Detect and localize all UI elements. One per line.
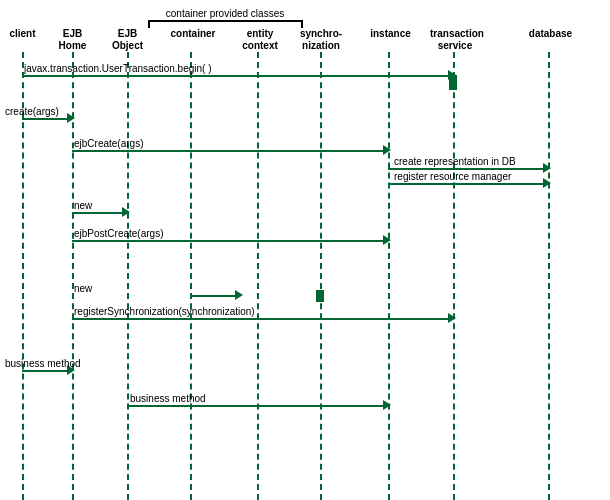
msg7-label: registerSynchronization(synchronization) (74, 306, 255, 317)
msg6-activation (316, 290, 324, 302)
database-lifeline (548, 52, 550, 500)
transaction-service-label: transactionservice (430, 28, 480, 52)
msg9-label: business method (130, 393, 206, 404)
msg9-arrowhead (383, 400, 391, 410)
container-lifeline (190, 52, 192, 500)
msg2-label: create(args) (5, 106, 59, 117)
msg1-activation (449, 75, 457, 90)
synchronization-label: synchro-nization (296, 28, 346, 52)
entity-context-lifeline (257, 52, 259, 500)
instance-label: instance (368, 28, 413, 40)
ejbobject-lifeline (127, 52, 129, 500)
msg4-label: new (74, 200, 92, 211)
msg2-line (22, 118, 72, 120)
brace-line (148, 20, 303, 28)
instance-lifeline (388, 52, 390, 500)
msg9-line (127, 405, 388, 407)
client-label: client (5, 28, 40, 40)
msg2-arrowhead (67, 113, 75, 123)
msg3-line (72, 150, 388, 152)
msg3-label: ejbCreate(args) (74, 138, 143, 149)
sequence-diagram: container provided classes client EJBHom… (0, 0, 610, 500)
msg3c-line (388, 183, 548, 185)
transaction-service-lifeline (453, 52, 455, 500)
msg3b-label: create representation in DB (394, 156, 516, 167)
database-label: database (528, 28, 573, 40)
msg6-label: new (74, 283, 92, 294)
msg1-label: javax.transaction.UserTransaction.begin(… (24, 63, 212, 74)
msg1-line (22, 75, 453, 77)
msg5-line (72, 240, 388, 242)
msg3c-label: register resource manager (394, 171, 511, 182)
msg3b-arrowhead (543, 163, 551, 173)
msg4-arrowhead (122, 207, 130, 217)
msg7-line (72, 318, 453, 320)
ejbobject-label: EJBObject (105, 28, 150, 52)
synchronization-lifeline (320, 52, 322, 500)
msg3-arrowhead (383, 145, 391, 155)
msg8-label: business method (5, 358, 81, 369)
msg3b-line (388, 168, 548, 170)
ejbhome-label: EJBHome (50, 28, 95, 52)
container-provided-classes-label: container provided classes (145, 8, 305, 19)
msg4-line (72, 212, 127, 214)
msg6-arrowhead (235, 290, 243, 300)
container-label: container (168, 28, 218, 40)
msg6-line (190, 295, 240, 297)
msg5-arrowhead (383, 235, 391, 245)
msg3c-arrowhead (543, 178, 551, 188)
msg5-label: ejbPostCreate(args) (74, 228, 163, 239)
msg7-arrowhead (448, 313, 456, 323)
msg8-line (22, 370, 72, 372)
entity-context-label: entitycontext (235, 28, 285, 52)
